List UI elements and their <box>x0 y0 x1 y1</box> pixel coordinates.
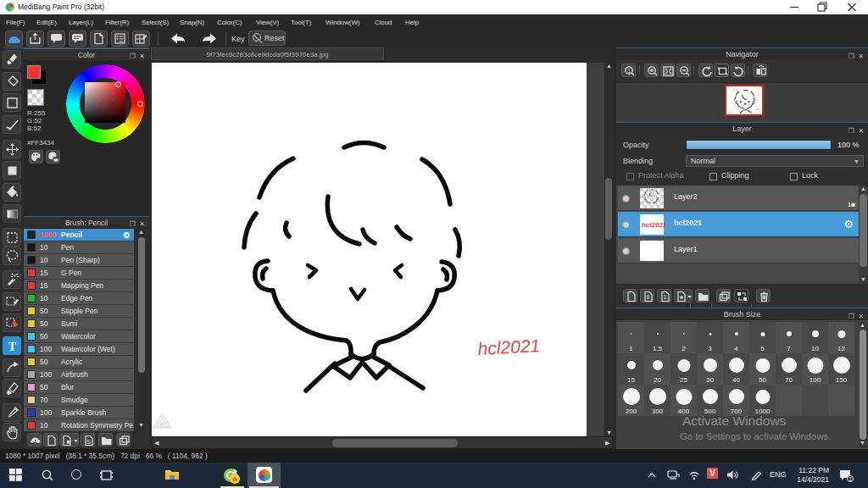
svg-text:T: T <box>8 341 17 353</box>
svg-text:S: S <box>86 438 91 446</box>
svg-text:8: 8 <box>647 294 650 300</box>
svg-text:1: 1 <box>627 68 631 74</box>
svg-text:hcl2021: hcl2021 <box>477 336 541 358</box>
svg-text:1: 1 <box>664 294 667 300</box>
svg-text:hcl: hcl <box>756 108 760 111</box>
svg-text:1: 1 <box>849 476 852 482</box>
